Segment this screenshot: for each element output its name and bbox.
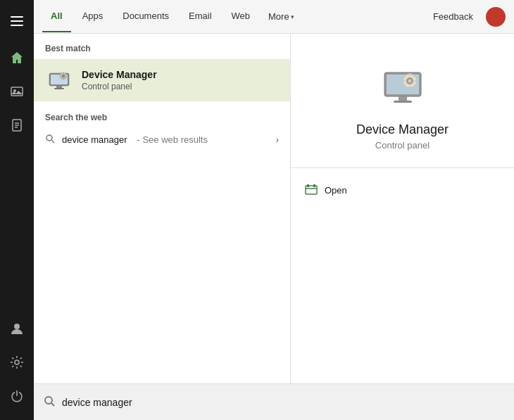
home-icon[interactable] xyxy=(0,42,34,73)
tab-all[interactable]: All xyxy=(42,1,71,32)
sidebar-bottom xyxy=(0,313,34,412)
device-manager-icon xyxy=(45,66,73,94)
content-area: Best match xyxy=(34,34,514,383)
left-panel: Best match xyxy=(34,34,291,383)
svg-rect-30 xyxy=(399,96,407,101)
search-web-section: Search the web device manager - See web … xyxy=(34,101,290,157)
top-nav: All Apps Documents Email Web More ▾ Feed… xyxy=(34,0,514,34)
avatar[interactable] xyxy=(486,7,506,27)
svg-rect-2 xyxy=(11,25,23,26)
svg-rect-44 xyxy=(307,184,309,187)
svg-point-17 xyxy=(62,75,65,78)
svg-point-9 xyxy=(14,324,20,329)
svg-rect-14 xyxy=(56,86,62,88)
main-area: All Apps Documents Email Web More ▾ Feed… xyxy=(34,0,514,420)
svg-rect-3 xyxy=(11,87,23,96)
right-panel: Device Manager Control panel Open xyxy=(291,34,514,383)
arrow-right-icon[interactable]: › xyxy=(276,134,279,145)
svg-rect-36 xyxy=(408,86,410,89)
svg-point-4 xyxy=(13,89,16,92)
photo-icon[interactable] xyxy=(0,76,34,107)
more-label: More xyxy=(268,11,289,22)
open-action-label: Open xyxy=(325,185,347,196)
search-icon-bottom xyxy=(44,395,55,409)
open-icon xyxy=(305,184,318,196)
best-match-item[interactable]: Device Manager Control panel xyxy=(34,59,290,101)
sidebar xyxy=(0,0,34,420)
svg-rect-45 xyxy=(313,184,315,187)
power-icon[interactable] xyxy=(0,381,34,412)
result-subtitle: Control panel xyxy=(82,82,157,91)
detail-divider xyxy=(291,167,514,168)
tab-documents[interactable]: Documents xyxy=(114,1,177,32)
detail-device-manager-icon xyxy=(378,62,427,111)
svg-point-26 xyxy=(46,135,52,141)
svg-rect-1 xyxy=(11,20,23,22)
svg-point-34 xyxy=(408,79,411,83)
best-match-text: Device Manager Control panel xyxy=(82,69,157,91)
detail-title: Device Manager xyxy=(356,122,449,137)
svg-rect-0 xyxy=(11,16,23,18)
chevron-down-icon: ▾ xyxy=(291,13,294,20)
search-web-label: Search the web xyxy=(45,113,279,122)
search-loop-icon xyxy=(45,134,55,146)
document-list-icon[interactable] xyxy=(0,110,34,141)
web-result-item[interactable]: device manager - See web results › xyxy=(45,128,279,151)
best-match-label: Best match xyxy=(34,34,290,59)
person-icon[interactable] xyxy=(0,313,34,344)
svg-rect-38 xyxy=(415,80,418,82)
hamburger-menu-icon[interactable] xyxy=(0,6,34,37)
svg-line-27 xyxy=(52,141,55,144)
web-suffix-text: - See web results xyxy=(137,134,208,145)
svg-line-47 xyxy=(51,403,54,406)
tab-email[interactable]: Email xyxy=(180,1,220,32)
web-query-text: device manager xyxy=(62,134,127,145)
svg-point-46 xyxy=(45,397,52,404)
settings-icon[interactable] xyxy=(0,347,34,378)
tab-web[interactable]: Web xyxy=(223,1,259,32)
open-action[interactable]: Open xyxy=(291,177,514,203)
bottom-search-bar xyxy=(34,383,514,420)
svg-rect-15 xyxy=(54,88,64,89)
search-input[interactable] xyxy=(62,397,504,408)
detail-subtitle: Control panel xyxy=(375,140,430,151)
tab-apps[interactable]: Apps xyxy=(74,1,112,32)
svg-point-10 xyxy=(15,360,19,364)
svg-rect-35 xyxy=(408,73,410,76)
tab-more[interactable]: More ▾ xyxy=(261,1,301,32)
result-title: Device Manager xyxy=(82,69,157,80)
feedback-button[interactable]: Feedback xyxy=(426,6,480,27)
svg-rect-31 xyxy=(394,101,412,103)
svg-rect-37 xyxy=(402,80,405,82)
